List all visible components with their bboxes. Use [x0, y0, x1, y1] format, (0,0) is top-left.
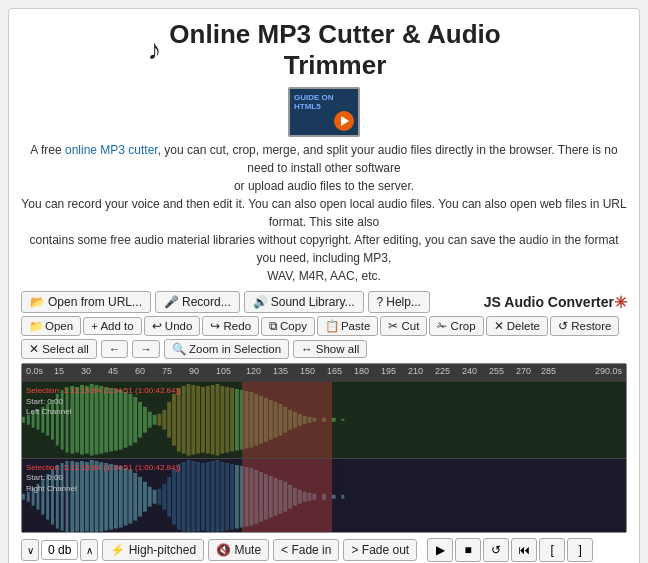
- svg-rect-0: [22, 417, 25, 423]
- svg-rect-98: [187, 460, 191, 534]
- zoom-in-selection-button[interactable]: 🔍 Zoom in Selection: [164, 339, 289, 359]
- svg-rect-38: [206, 386, 210, 454]
- svg-rect-99: [191, 461, 195, 533]
- record-button[interactable]: 🎤 Record...: [155, 291, 240, 313]
- restore-button[interactable]: ↺ Restore: [550, 316, 619, 336]
- video-thumbnail[interactable]: GUIDE ONHTML5: [288, 87, 360, 137]
- svg-rect-100: [196, 462, 200, 532]
- paste-button[interactable]: 📋 Paste: [317, 316, 378, 336]
- playback-controls: ▶ ■ ↺ ⏮ [ ]: [427, 538, 593, 562]
- folder-icon: 📂: [30, 295, 45, 309]
- help-button[interactable]: ? Help...: [368, 291, 430, 313]
- svg-rect-39: [211, 385, 215, 455]
- open-icon: 📁: [29, 319, 43, 333]
- svg-rect-37: [201, 387, 205, 453]
- svg-rect-108: [235, 465, 239, 529]
- timeline-end: 290.0s: [595, 366, 622, 376]
- star-icon: ✳: [614, 293, 627, 312]
- svg-rect-33: [182, 386, 186, 454]
- svg-rect-62: [332, 418, 336, 422]
- svg-rect-104: [216, 460, 220, 534]
- svg-rect-101: [201, 463, 205, 531]
- copy-icon: ⧉: [269, 320, 278, 333]
- copy-button[interactable]: ⧉ Copy: [261, 317, 315, 336]
- loop-button[interactable]: ↺: [483, 538, 509, 562]
- fade-in-button[interactable]: < Fade in: [273, 539, 339, 561]
- arrow-right-button[interactable]: →: [132, 340, 160, 358]
- open-button[interactable]: 📁 Open: [21, 316, 81, 336]
- svg-rect-36: [196, 386, 200, 454]
- description-text: A free online MP3 cutter, you can cut, c…: [21, 141, 627, 285]
- page-title-line1: Online MP3 Cutter & Audio: [169, 19, 500, 50]
- bracket-open-button[interactable]: [: [539, 538, 565, 562]
- select-all-button[interactable]: ✕ Select all: [21, 339, 97, 359]
- cut-button[interactable]: ✂ Cut: [380, 316, 427, 336]
- stop-button[interactable]: ■: [455, 538, 481, 562]
- svg-rect-35: [191, 385, 195, 455]
- mic-icon: 🎤: [164, 295, 179, 309]
- high-pitched-button[interactable]: ⚡ High-pitched: [102, 539, 204, 561]
- svg-rect-97: [182, 462, 186, 532]
- right-channel-info: Selection: 1:11:19.84 (1:34:51 (1:00:42.…: [26, 463, 181, 494]
- svg-rect-42: [225, 387, 229, 453]
- db-down-button[interactable]: ∨: [21, 539, 39, 561]
- left-channel-track[interactable]: Selection: 1:11:19.84 (1:34:51 (1:00:42.…: [22, 382, 626, 459]
- svg-rect-43: [230, 388, 234, 452]
- undo-button[interactable]: ↩ Undo: [144, 316, 201, 336]
- svg-rect-127: [341, 495, 344, 499]
- select-toolbar: ✕ Select all ← → 🔍 Zoom in Selection ↔ S…: [21, 339, 627, 359]
- right-channel-track[interactable]: Selection: 1:11:19.84 (1:34:51 (1:00:42.…: [22, 459, 626, 534]
- delete-button[interactable]: ✕ Delete: [486, 316, 548, 336]
- show-all-button[interactable]: ↔ Show all: [293, 340, 367, 358]
- waveform-timeline: 0.0s 15 30 45 60 75 90 105 120 135 150 1…: [22, 364, 626, 382]
- edit-toolbar: 📁 Open + Add to ↩ Undo ↪ Redo ⧉ Copy 📋 P…: [21, 316, 627, 336]
- svg-rect-34: [187, 384, 191, 456]
- db-section: ∨ 0 db ∧: [21, 539, 98, 561]
- svg-rect-105: [220, 462, 224, 532]
- bottom-controls: ∨ 0 db ∧ ⚡ High-pitched 🔇 Mute < Fade in…: [21, 538, 627, 563]
- svg-rect-44: [235, 389, 239, 451]
- crop-button[interactable]: ✁ Crop: [429, 316, 483, 336]
- svg-rect-106: [225, 463, 229, 531]
- arrow-left-button[interactable]: ←: [101, 340, 129, 358]
- waveform-container[interactable]: 0.0s 15 30 45 60 75 90 105 120 135 150 1…: [21, 363, 627, 533]
- redo-button[interactable]: ↪ Redo: [202, 316, 259, 336]
- open-url-button[interactable]: 📂 Open from URL...: [21, 291, 151, 313]
- right-selection-overlay: [242, 459, 332, 534]
- svg-rect-102: [206, 462, 210, 532]
- bracket-close-button[interactable]: ]: [567, 538, 593, 562]
- js-audio-converter-link[interactable]: JS Audio Converter✳: [484, 293, 627, 312]
- db-value: 0 db: [41, 540, 78, 560]
- paste-icon: 📋: [325, 319, 339, 333]
- svg-rect-40: [216, 384, 220, 456]
- skip-back-button[interactable]: ⏮: [511, 538, 537, 562]
- left-selection-overlay: [242, 382, 332, 458]
- svg-rect-63: [341, 419, 344, 421]
- svg-rect-64: [22, 494, 25, 500]
- svg-rect-103: [211, 461, 215, 533]
- play-button[interactable]: ▶: [427, 538, 453, 562]
- page-title-line2: Trimmer: [169, 50, 500, 81]
- video-play-button[interactable]: [334, 111, 354, 131]
- main-toolbar: 📂 Open from URL... 🎤 Record... 🔊 Sound L…: [21, 291, 627, 313]
- speaker-icon: 🔊: [253, 295, 268, 309]
- mute-button[interactable]: 🔇 Mute: [208, 539, 269, 561]
- help-icon: ?: [377, 295, 384, 309]
- svg-rect-126: [332, 495, 336, 499]
- waveform-tracks: Selection: 1:11:19.84 (1:34:51 (1:00:42.…: [22, 382, 626, 533]
- fade-out-button[interactable]: > Fade out: [343, 539, 417, 561]
- svg-rect-107: [230, 464, 234, 530]
- add-to-button[interactable]: + Add to: [83, 317, 142, 335]
- svg-rect-41: [220, 386, 224, 454]
- music-icon: ♪: [147, 34, 161, 66]
- timeline-start: 0.0s: [26, 366, 43, 376]
- db-up-button[interactable]: ∧: [80, 539, 98, 561]
- sound-library-button[interactable]: 🔊 Sound Library...: [244, 291, 364, 313]
- left-channel-info: Selection: 1:11:19.84 (1:34:51 (1:00:42.…: [26, 386, 181, 417]
